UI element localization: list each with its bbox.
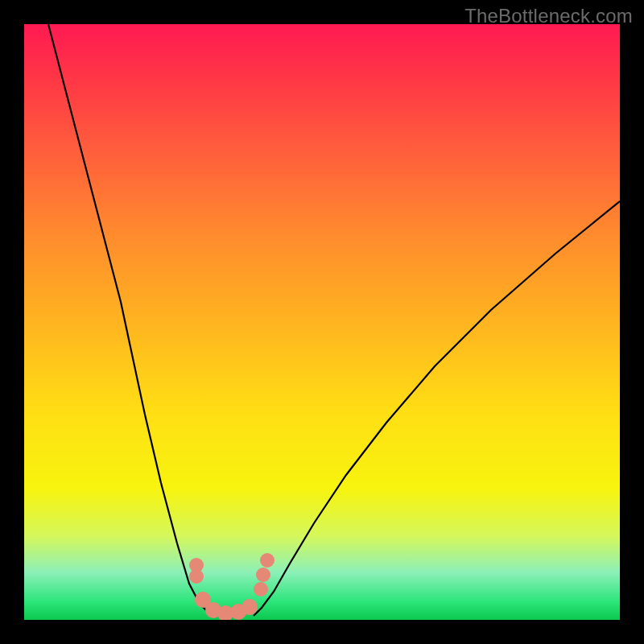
chart-frame xyxy=(24,24,620,620)
watermark-text: TheBottleneck.com xyxy=(464,5,633,27)
curve-right xyxy=(254,201,620,616)
curve-left xyxy=(48,24,213,616)
highlight-dot xyxy=(260,553,275,568)
highlight-dots xyxy=(189,553,275,620)
highlight-dot xyxy=(189,558,204,572)
highlight-dot xyxy=(256,568,270,582)
bottleneck-curve-svg xyxy=(24,24,620,620)
highlight-dot xyxy=(254,582,268,597)
highlight-dot xyxy=(242,599,258,615)
